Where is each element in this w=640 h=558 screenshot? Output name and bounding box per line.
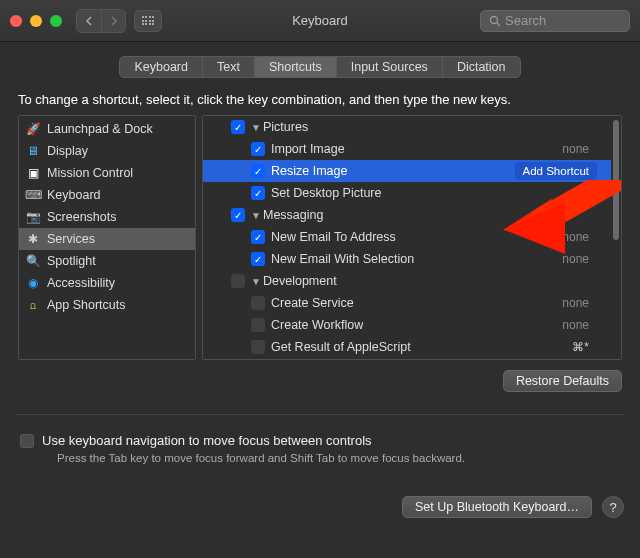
checkbox-icon[interactable] (251, 340, 265, 354)
tab-input-sources[interactable]: Input Sources (337, 57, 443, 77)
forward-button[interactable] (101, 10, 125, 32)
item-label: New Email With Selection (271, 252, 414, 266)
sidebar-item-label: App Shortcuts (47, 298, 126, 312)
close-icon[interactable] (10, 15, 22, 27)
sidebar-item-launchpad[interactable]: 🚀 Launchpad & Dock (19, 118, 195, 140)
item-label: Create Service (271, 296, 354, 310)
window-controls (10, 15, 62, 27)
tab-keyboard[interactable]: Keyboard (120, 57, 203, 77)
shortcut-value: none (562, 296, 589, 310)
show-all-button[interactable] (134, 10, 162, 32)
item-row-new-email-to-address[interactable]: ✓ New Email To Address none (203, 226, 611, 248)
sidebar-item-label: Spotlight (47, 254, 96, 268)
item-label: Resize Image (271, 164, 347, 178)
rocket-icon: 🚀 (25, 123, 41, 135)
panes: 🚀 Launchpad & Dock 🖥 Display ▣ Mission C… (18, 115, 622, 360)
search-input[interactable]: Search (480, 10, 630, 32)
checkbox-icon[interactable] (251, 318, 265, 332)
camera-icon: 📷 (25, 211, 41, 223)
sidebar-item-services[interactable]: ✱ Services (19, 228, 195, 250)
checkbox-icon[interactable]: ✓ (251, 164, 265, 178)
sidebar-item-screenshots[interactable]: 📷 Screenshots (19, 206, 195, 228)
chevron-down-icon[interactable]: ▼ (251, 210, 261, 221)
item-label: Get Result of AppleScript (271, 340, 411, 354)
checkbox-icon[interactable]: ✓ (251, 252, 265, 266)
keyboard-navigation-hint: Press the Tab key to move focus forward … (57, 452, 465, 464)
shortcut-value: none (562, 318, 589, 332)
sidebar-item-accessibility[interactable]: ◉ Accessibility (19, 272, 195, 294)
help-button[interactable]: ? (602, 496, 624, 518)
gear-icon: ✱ (25, 233, 41, 245)
item-row-get-result-applescript[interactable]: Get Result of AppleScript ⌘* (203, 336, 611, 358)
tab-shortcuts[interactable]: Shortcuts (255, 57, 337, 77)
shortcut-list: ✓ ▼ Pictures ✓ Import Image none ✓ Resiz… (202, 115, 622, 360)
chevron-left-icon (85, 16, 93, 26)
item-row-resize-image[interactable]: ✓ Resize Image Add Shortcut (203, 160, 611, 182)
keyboard-navigation-option: Use keyboard navigation to move focus be… (20, 433, 620, 464)
sidebar-item-label: Screenshots (47, 210, 116, 224)
minimize-icon[interactable] (30, 15, 42, 27)
item-label: Set Desktop Picture (271, 186, 381, 200)
sidebar-item-label: Services (47, 232, 95, 246)
checkbox-icon[interactable] (231, 274, 245, 288)
search-placeholder: Search (505, 13, 546, 28)
instruction-text: To change a shortcut, select it, click t… (0, 78, 640, 115)
mission-control-icon: ▣ (25, 167, 41, 179)
group-label: Pictures (263, 120, 308, 134)
sidebar-item-label: Accessibility (47, 276, 115, 290)
item-label: Import Image (271, 142, 345, 156)
category-list: 🚀 Launchpad & Dock 🖥 Display ▣ Mission C… (18, 115, 196, 360)
item-row-import-image[interactable]: ✓ Import Image none (203, 138, 611, 160)
svg-point-0 (491, 16, 498, 23)
restore-defaults-button[interactable]: Restore Defaults (503, 370, 622, 392)
scrollbar-thumb[interactable] (613, 120, 619, 240)
group-row-development[interactable]: ▼ Development (203, 270, 611, 292)
search-icon (489, 15, 501, 27)
sidebar-item-label: Display (47, 144, 88, 158)
sidebar-item-display[interactable]: 🖥 Display (19, 140, 195, 162)
checkbox-icon[interactable] (251, 296, 265, 310)
add-shortcut-button[interactable]: Add Shortcut (515, 162, 597, 180)
setup-bluetooth-keyboard-button[interactable]: Set Up Bluetooth Keyboard… (402, 496, 592, 518)
chevron-down-icon[interactable]: ▼ (251, 122, 261, 133)
checkbox-icon[interactable]: ✓ (251, 142, 265, 156)
separator (16, 414, 624, 415)
tab-bar: Keyboard Text Shortcuts Input Sources Di… (0, 56, 640, 78)
svg-line-1 (497, 23, 500, 26)
grid-icon (142, 16, 155, 25)
item-row-create-workflow[interactable]: Create Workflow none (203, 314, 611, 336)
item-label: Create Workflow (271, 318, 363, 332)
chevron-right-icon (110, 16, 118, 26)
title-bar: Keyboard Search (0, 0, 640, 42)
chevron-down-icon[interactable]: ▼ (251, 276, 261, 287)
search-icon: 🔍 (25, 255, 41, 267)
zoom-icon[interactable] (50, 15, 62, 27)
sidebar-item-keyboard[interactable]: ⌨ Keyboard (19, 184, 195, 206)
sidebar-item-app-shortcuts[interactable]: ⩍ App Shortcuts (19, 294, 195, 316)
shortcut-value: none (562, 142, 589, 156)
shortcut-value: none (562, 252, 589, 266)
item-row-create-service[interactable]: Create Service none (203, 292, 611, 314)
group-row-pictures[interactable]: ✓ ▼ Pictures (203, 116, 611, 138)
sidebar-item-label: Keyboard (47, 188, 101, 202)
nav-buttons (76, 9, 126, 33)
tab-text[interactable]: Text (203, 57, 255, 77)
checkbox-icon[interactable]: ✓ (251, 186, 265, 200)
sidebar-item-label: Launchpad & Dock (47, 122, 153, 136)
group-row-messaging[interactable]: ✓ ▼ Messaging (203, 204, 611, 226)
checkbox-icon[interactable]: ✓ (251, 230, 265, 244)
checkbox-icon[interactable]: ✓ (231, 120, 245, 134)
checkbox-icon[interactable]: ✓ (231, 208, 245, 222)
accessibility-icon: ◉ (25, 277, 41, 289)
sidebar-item-mission-control[interactable]: ▣ Mission Control (19, 162, 195, 184)
sidebar-item-spotlight[interactable]: 🔍 Spotlight (19, 250, 195, 272)
shortcut-value: ⌘* (572, 340, 589, 354)
item-row-set-desktop-picture[interactable]: ✓ Set Desktop Picture (203, 182, 611, 204)
group-label: Messaging (263, 208, 323, 222)
item-row-new-email-with-selection[interactable]: ✓ New Email With Selection none (203, 248, 611, 270)
keyboard-icon: ⌨ (25, 189, 41, 201)
tab-dictation[interactable]: Dictation (443, 57, 520, 77)
item-label: New Email To Address (271, 230, 396, 244)
back-button[interactable] (77, 10, 101, 32)
checkbox-icon[interactable] (20, 434, 34, 448)
